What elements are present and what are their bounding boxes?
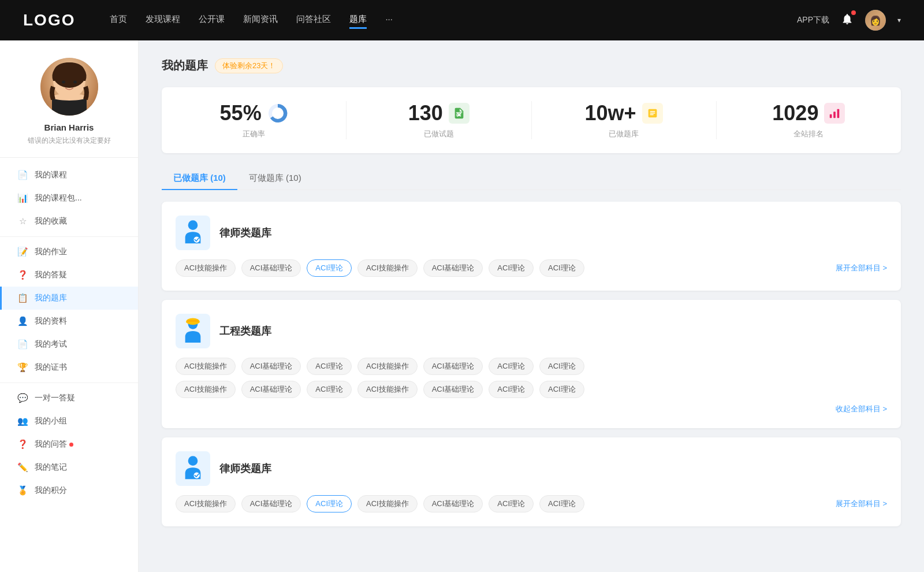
sidebar-item-my-notes[interactable]: ✏️ 我的笔记 bbox=[0, 456, 138, 479]
tag-6[interactable]: ACI理论 bbox=[539, 259, 584, 277]
collapse-label: 收起全部科目 > bbox=[836, 404, 887, 414]
bank-card-engineer: 工程类题库 ACI技能操作 ACI基础理论 ACI理论 ACI技能操作 ACI基… bbox=[162, 300, 901, 428]
law2-tag-5[interactable]: ACI理论 bbox=[489, 495, 534, 512]
svg-rect-16 bbox=[650, 114, 653, 115]
eng-tag-r1-6[interactable]: ACI理论 bbox=[539, 358, 584, 375]
svg-point-7 bbox=[73, 81, 77, 84]
sidebar-label-my-course: 我的课程 bbox=[35, 170, 67, 180]
law2-tag-6[interactable]: ACI理论 bbox=[539, 495, 584, 512]
nav-discover[interactable]: 发现课程 bbox=[146, 12, 180, 29]
tag-0[interactable]: ACI技能操作 bbox=[176, 259, 236, 277]
svg-point-20 bbox=[188, 220, 198, 230]
accuracy-pie-chart bbox=[267, 103, 288, 124]
tab-done-banks[interactable]: 已做题库 (10) bbox=[162, 167, 237, 190]
sidebar-item-my-bank[interactable]: 📋 我的题库 bbox=[0, 287, 138, 310]
sidebar: Brian Harris 错误的决定比没有决定要好 📄 我的课程 📊 我的课程包… bbox=[0, 40, 139, 572]
svg-point-6 bbox=[62, 81, 65, 84]
tag-2[interactable]: ACI理论 bbox=[307, 259, 352, 277]
law2-tag-0[interactable]: ACI技能操作 bbox=[176, 495, 236, 512]
stat-done-questions-top: 130 bbox=[408, 101, 470, 125]
sidebar-item-my-points[interactable]: 🏅 我的积分 bbox=[0, 479, 138, 502]
eng-tag-r2-2[interactable]: ACI理论 bbox=[307, 381, 352, 398]
svg-rect-18 bbox=[834, 112, 836, 118]
sidebar-item-my-group[interactable]: 👥 我的小组 bbox=[0, 410, 138, 433]
eng-tag-r1-1[interactable]: ACI基础理论 bbox=[241, 358, 301, 375]
law2-tag-1[interactable]: ACI基础理论 bbox=[241, 495, 301, 512]
bank-tags-engineer-row2: ACI技能操作 ACI基础理论 ACI理论 ACI技能操作 ACI基础理论 AC… bbox=[176, 381, 887, 398]
user-avatar-nav[interactable]: 👩 bbox=[865, 10, 886, 31]
sidebar-item-one-on-one[interactable]: 💬 一对一答疑 bbox=[0, 387, 138, 410]
bank-card-header-3: 律师类题库 bbox=[176, 451, 887, 486]
notification-bell[interactable] bbox=[841, 13, 854, 28]
bank-icon-engineer bbox=[176, 314, 210, 348]
eng-tag-r2-3[interactable]: ACI技能操作 bbox=[357, 381, 418, 398]
svg-rect-25 bbox=[186, 321, 199, 323]
stat-done-banks: 10w+ 已做题库 bbox=[532, 101, 717, 139]
my-qa-icon: ❓ bbox=[17, 270, 28, 280]
nav-home[interactable]: 首页 bbox=[110, 12, 127, 29]
stats-row: 55% 正确率 130 bbox=[162, 87, 901, 153]
notification-badge bbox=[851, 10, 856, 15]
tag-5[interactable]: ACI理论 bbox=[489, 259, 534, 277]
expand-link-1[interactable]: 展开全部科目 > bbox=[836, 263, 887, 273]
eng-tag-r2-5[interactable]: ACI理论 bbox=[489, 381, 534, 398]
sidebar-item-my-cert[interactable]: 🏆 我的证书 bbox=[0, 356, 138, 379]
law2-tag-2[interactable]: ACI理论 bbox=[307, 495, 352, 512]
nav-more[interactable]: ··· bbox=[385, 12, 393, 29]
app-download-link[interactable]: APP下载 bbox=[797, 15, 829, 25]
sidebar-label-my-collection: 我的收藏 bbox=[35, 216, 67, 226]
sidebar-item-my-questions[interactable]: ❓ 我的问答 bbox=[0, 433, 138, 456]
tag-3[interactable]: ACI技能操作 bbox=[357, 259, 418, 277]
one-on-one-icon: 💬 bbox=[17, 393, 28, 403]
sidebar-item-my-collection[interactable]: ☆ 我的收藏 bbox=[0, 210, 138, 233]
nav-qa[interactable]: 问答社区 bbox=[296, 12, 331, 29]
eng-tag-r1-3[interactable]: ACI技能操作 bbox=[357, 358, 418, 375]
eng-tag-r2-4[interactable]: ACI基础理论 bbox=[423, 381, 483, 398]
page-title-row: 我的题库 体验剩余23天！ bbox=[162, 58, 901, 73]
bank-tags-lawyer-2: ACI技能操作 ACI基础理论 ACI理论 ACI技能操作 ACI基础理论 AC… bbox=[176, 495, 887, 512]
sidebar-item-my-homework[interactable]: 📝 我的作业 bbox=[0, 240, 138, 263]
bank-card-lawyer-1: 律师类题库 ACI技能操作 ACI基础理论 ACI理论 ACI技能操作 ACI基… bbox=[162, 202, 901, 291]
sidebar-item-my-profile[interactable]: 👤 我的资料 bbox=[0, 310, 138, 333]
sidebar-menu: 📄 我的课程 📊 我的课程包... ☆ 我的收藏 📝 我的作业 ❓ 我的答疑 � bbox=[0, 158, 138, 508]
eng-tag-r2-6[interactable]: ACI理论 bbox=[539, 381, 584, 398]
sidebar-label-my-cert: 我的证书 bbox=[35, 362, 67, 373]
eng-tag-r1-2[interactable]: ACI理论 bbox=[307, 358, 352, 375]
svg-rect-19 bbox=[837, 109, 840, 118]
stat-rank-label: 全站排名 bbox=[793, 129, 824, 139]
collapse-link-engineer[interactable]: 收起全部科目 > bbox=[176, 404, 887, 414]
eng-tag-r1-5[interactable]: ACI理论 bbox=[489, 358, 534, 375]
my-course-icon: 📄 bbox=[17, 170, 28, 180]
tag-4[interactable]: ACI基础理论 bbox=[423, 259, 483, 277]
eng-tag-r2-1[interactable]: ACI基础理论 bbox=[241, 381, 301, 398]
sidebar-item-my-course-pack[interactable]: 📊 我的课程包... bbox=[0, 187, 138, 210]
tag-1[interactable]: ACI基础理论 bbox=[241, 259, 301, 277]
sidebar-item-my-course[interactable]: 📄 我的课程 bbox=[0, 164, 138, 187]
stat-accuracy-value: 55% bbox=[220, 101, 262, 125]
my-group-icon: 👥 bbox=[17, 416, 28, 426]
nav-open-course[interactable]: 公开课 bbox=[199, 12, 225, 29]
profile-name: Brian Harris bbox=[44, 122, 94, 132]
nav-news[interactable]: 新闻资讯 bbox=[243, 12, 278, 29]
sidebar-label-my-questions: 我的问答 bbox=[35, 439, 67, 450]
eng-tag-r1-0[interactable]: ACI技能操作 bbox=[176, 358, 236, 375]
sidebar-label-my-group: 我的小组 bbox=[35, 416, 67, 426]
tab-available-banks[interactable]: 可做题库 (10) bbox=[237, 167, 313, 190]
sidebar-item-my-qa[interactable]: ❓ 我的答疑 bbox=[0, 263, 138, 287]
sidebar-item-my-exam[interactable]: 📄 我的考试 bbox=[0, 333, 138, 356]
stat-rank-value: 1029 bbox=[772, 101, 818, 125]
law2-tag-3[interactable]: ACI技能操作 bbox=[357, 495, 418, 512]
page-wrapper: Brian Harris 错误的决定比没有决定要好 📄 我的课程 📊 我的课程包… bbox=[0, 40, 924, 572]
nav-bank[interactable]: 题库 bbox=[349, 12, 367, 29]
stat-rank: 1029 全站排名 bbox=[717, 101, 901, 139]
law2-tag-4[interactable]: ACI基础理论 bbox=[423, 495, 483, 512]
user-menu-chevron[interactable]: ▾ bbox=[897, 16, 901, 24]
doc-green-icon bbox=[453, 107, 465, 120]
expand-link-3[interactable]: 展开全部科目 > bbox=[836, 499, 887, 509]
eng-tag-r1-4[interactable]: ACI基础理论 bbox=[423, 358, 483, 375]
my-exam-icon: 📄 bbox=[17, 339, 28, 350]
eng-tag-r2-0[interactable]: ACI技能操作 bbox=[176, 381, 236, 398]
bank-tags-lawyer-1: ACI技能操作 ACI基础理论 ACI理论 ACI技能操作 ACI基础理论 AC… bbox=[176, 259, 887, 277]
logo: LOGO bbox=[23, 11, 75, 29]
stat-accuracy: 55% 正确率 bbox=[162, 101, 346, 139]
